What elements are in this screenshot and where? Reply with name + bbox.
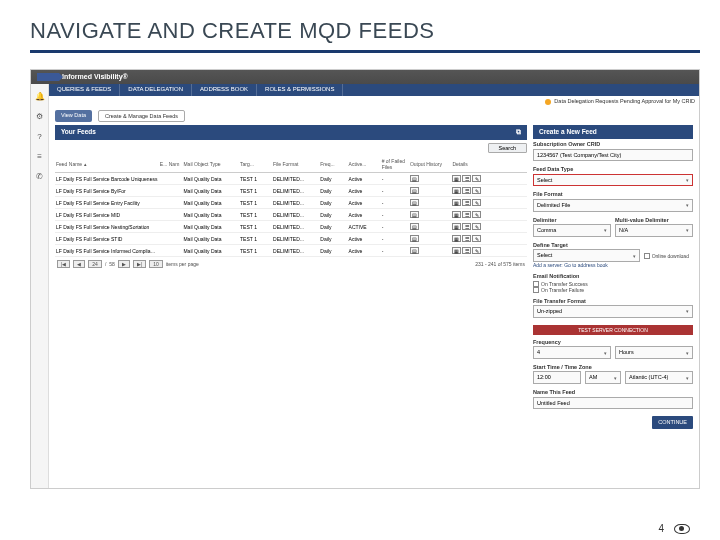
history-icon[interactable]: ▤ bbox=[410, 199, 419, 206]
list-icon[interactable]: ☰ bbox=[462, 187, 471, 194]
pager-next[interactable]: ▶ bbox=[118, 260, 130, 268]
col-enam[interactable]: E... Nam bbox=[159, 156, 183, 173]
start-time-input[interactable]: 12:00 bbox=[533, 371, 581, 384]
table-cell: DELIMITED... bbox=[272, 233, 319, 245]
tab-queries-feeds[interactable]: QUERIES & FEEDS bbox=[49, 84, 120, 96]
transfer-format-label: File Transfer Format bbox=[533, 298, 693, 305]
table-cell: Active bbox=[348, 245, 381, 257]
pager-page-input[interactable]: 24 bbox=[88, 260, 102, 268]
search-input[interactable]: Search bbox=[488, 143, 527, 154]
output-history-cell: ▤ bbox=[409, 233, 451, 245]
output-history-cell: ▤ bbox=[409, 173, 451, 185]
start-ampm-select[interactable]: AM bbox=[585, 371, 621, 384]
list-icon[interactable]: ☰ bbox=[462, 247, 471, 254]
edit-icon[interactable]: ✎ bbox=[472, 175, 481, 182]
history-icon[interactable]: ▤ bbox=[410, 247, 419, 254]
pager-first[interactable]: |◀ bbox=[57, 260, 70, 268]
edit-icon[interactable]: ✎ bbox=[472, 187, 481, 194]
col-mail-object[interactable]: Mail Object Type bbox=[182, 156, 239, 173]
manage-feeds-button[interactable]: Create & Manage Data Feeds bbox=[98, 110, 185, 123]
list-icon[interactable]: ☰ bbox=[462, 175, 471, 182]
grid-icon[interactable]: ▦ bbox=[452, 175, 461, 182]
list-icon[interactable]: ☰ bbox=[462, 235, 471, 242]
col-details[interactable]: Details bbox=[451, 156, 527, 173]
col-file-format[interactable]: File Format bbox=[272, 156, 319, 173]
table-cell bbox=[159, 245, 183, 257]
table-row[interactable]: LF Daily FS Full Service MIDMail Quality… bbox=[55, 209, 527, 221]
frequency-unit-select[interactable]: Hours bbox=[615, 346, 693, 359]
col-feed-name[interactable]: Feed Name ▴ bbox=[55, 156, 159, 173]
tab-roles-permissions[interactable]: ROLES & PERMISSIONS bbox=[257, 84, 343, 96]
pager: |◀ ◀ 24 / 58 ▶ ▶| 10 items per page 231 … bbox=[55, 257, 527, 271]
edit-icon[interactable]: ✎ bbox=[472, 211, 481, 218]
edit-icon[interactable]: ✎ bbox=[472, 247, 481, 254]
pager-per-page-select[interactable]: 10 bbox=[149, 260, 163, 268]
list-icon[interactable]: ☰ bbox=[462, 211, 471, 218]
table-cell: Mail Quality Data bbox=[182, 221, 239, 233]
grid-icon[interactable]: ▦ bbox=[452, 211, 461, 218]
details-cell: ▦☰✎ bbox=[451, 197, 527, 209]
list-icon[interactable]: ☰ bbox=[462, 223, 471, 230]
edit-icon[interactable]: ✎ bbox=[472, 199, 481, 206]
menu-lines-icon[interactable]: ≡ bbox=[35, 152, 45, 162]
history-icon[interactable]: ▤ bbox=[410, 223, 419, 230]
data-type-select[interactable]: Select bbox=[533, 174, 693, 187]
target-select[interactable]: Select bbox=[533, 249, 640, 262]
history-icon[interactable]: ▤ bbox=[410, 235, 419, 242]
table-row[interactable]: LF Daily FS Full Service Informed Compli… bbox=[55, 245, 527, 257]
online-target-checkbox[interactable] bbox=[644, 253, 650, 259]
start-tz-select[interactable]: Atlantic (UTC-4) bbox=[625, 371, 693, 384]
table-cell: Daily bbox=[319, 221, 347, 233]
slide-footer: 4 bbox=[658, 523, 690, 534]
grid-icon[interactable]: ▦ bbox=[452, 199, 461, 206]
history-icon[interactable]: ▤ bbox=[410, 175, 419, 182]
table-row[interactable]: LF Daily FS Full Service Entry FacilityM… bbox=[55, 197, 527, 209]
external-link-icon[interactable]: ⧉ bbox=[516, 128, 521, 136]
tab-data-delegation[interactable]: DATA DELEGATION bbox=[120, 84, 192, 96]
grid-icon[interactable]: ▦ bbox=[452, 247, 461, 254]
table-row[interactable]: LF Daily FS Full Service Barcode Uniquen… bbox=[55, 173, 527, 185]
bell-icon[interactable]: 🔔 bbox=[35, 92, 45, 102]
history-icon[interactable]: ▤ bbox=[410, 187, 419, 194]
on-failure-label: On Transfer Failure bbox=[541, 287, 584, 293]
table-cell: TEST 1 bbox=[239, 197, 272, 209]
view-data-button[interactable]: View Data bbox=[55, 110, 92, 123]
table-cell: - bbox=[381, 221, 409, 233]
table-row[interactable]: LF Daily FS Full Service STIDMail Qualit… bbox=[55, 233, 527, 245]
table-row[interactable]: LF Daily FS Full Service By/ForMail Qual… bbox=[55, 185, 527, 197]
phone-icon[interactable]: ✆ bbox=[35, 172, 45, 182]
table-cell: DELIMITED... bbox=[272, 209, 319, 221]
col-failed[interactable]: # of Failed Files bbox=[381, 156, 409, 173]
history-icon[interactable]: ▤ bbox=[410, 211, 419, 218]
table-cell: - bbox=[381, 185, 409, 197]
mvd-select[interactable]: N/A bbox=[615, 224, 693, 237]
on-failure-checkbox[interactable] bbox=[533, 287, 539, 293]
col-active[interactable]: Active... bbox=[348, 156, 381, 173]
help-icon[interactable]: ? bbox=[35, 132, 45, 142]
col-freq[interactable]: Freq... bbox=[319, 156, 347, 173]
grid-icon[interactable]: ▦ bbox=[452, 223, 461, 230]
transfer-format-select[interactable]: Un-zipped bbox=[533, 305, 693, 318]
file-format-select[interactable]: Delimited File bbox=[533, 199, 693, 212]
gear-icon[interactable]: ⚙ bbox=[35, 112, 45, 122]
continue-button[interactable]: CONTINUE bbox=[652, 416, 693, 429]
add-server-link[interactable]: Add a server: Go to address book bbox=[533, 262, 693, 268]
edit-icon[interactable]: ✎ bbox=[472, 235, 481, 242]
test-server-button[interactable]: TEST SERVER CONNECTION bbox=[533, 325, 693, 335]
delimiter-select[interactable]: Comma bbox=[533, 224, 611, 237]
approval-banner[interactable]: Data Delegation Requests Pending Approva… bbox=[49, 96, 699, 107]
list-icon[interactable]: ☰ bbox=[462, 199, 471, 206]
frequency-number-select[interactable]: 4 bbox=[533, 346, 611, 359]
details-cell: ▦☰✎ bbox=[451, 221, 527, 233]
usps-logo bbox=[37, 73, 59, 81]
col-target[interactable]: Targ... bbox=[239, 156, 272, 173]
name-feed-input[interactable]: Untitled Feed bbox=[533, 397, 693, 410]
tab-address-book[interactable]: ADDRESS BOOK bbox=[192, 84, 257, 96]
col-output-history[interactable]: Output History bbox=[409, 156, 451, 173]
edit-icon[interactable]: ✎ bbox=[472, 223, 481, 230]
table-row[interactable]: LF Daily FS Full Service Nesting/Sortati… bbox=[55, 221, 527, 233]
grid-icon[interactable]: ▦ bbox=[452, 187, 461, 194]
pager-last[interactable]: ▶| bbox=[133, 260, 146, 268]
pager-prev[interactable]: ◀ bbox=[73, 260, 85, 268]
grid-icon[interactable]: ▦ bbox=[452, 235, 461, 242]
